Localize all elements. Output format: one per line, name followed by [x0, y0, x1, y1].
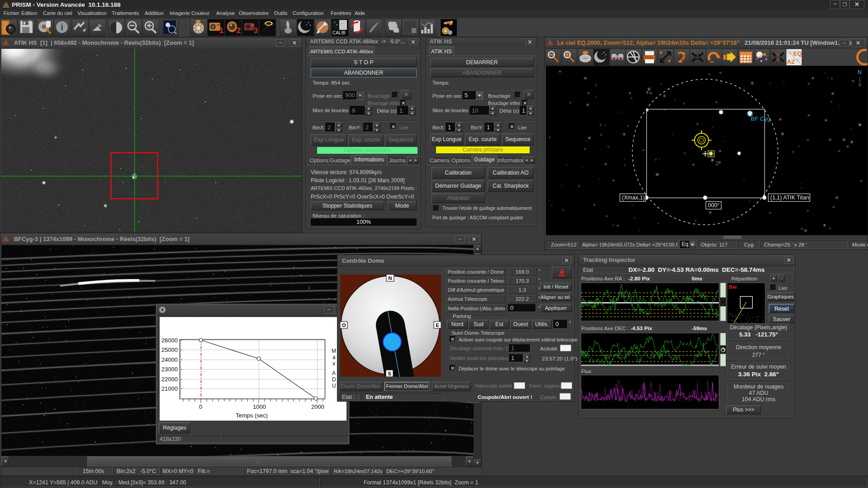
svg-text:E: E [436, 322, 439, 328]
svg-text:(Xmax,1): (Xmax,1) [622, 194, 645, 201]
svg-text:3: 3 [254, 27, 258, 34]
svg-text:U: U [332, 383, 336, 389]
svg-text:O: O [342, 322, 346, 328]
svg-text:24000: 24000 [161, 356, 178, 363]
svg-text:2: 2 [237, 27, 241, 34]
svg-text:0: 0 [199, 403, 202, 410]
svg-text:N: N [858, 69, 862, 76]
svg-text:25000: 25000 [161, 346, 178, 353]
svg-text:CALIB: CALIB [332, 30, 346, 35]
svg-text:x: x [332, 360, 335, 367]
svg-text:Temps (sec): Temps (sec) [236, 412, 268, 419]
svg-text:22000: 22000 [161, 376, 178, 383]
svg-text:Bar.: Bar. [729, 284, 738, 289]
svg-text:N: N [389, 275, 392, 281]
svg-text:1000: 1000 [253, 403, 266, 410]
svg-text:a: a [332, 354, 336, 360]
svg-text:2000: 2000 [311, 403, 324, 410]
svg-text:AZ: AZ [787, 58, 795, 65]
svg-text:(1,1) ATIK Titan: (1,1) ATIK Titan [770, 194, 809, 201]
svg-text:A: A [332, 370, 336, 376]
svg-text:2: 2 [716, 160, 719, 166]
svg-text:000°: 000° [708, 202, 720, 208]
svg-text:EQ: EQ [793, 50, 802, 57]
svg-text:S: S [388, 371, 391, 376]
svg-text:M: M [332, 348, 336, 354]
svg-text:1: 1 [219, 27, 223, 34]
svg-text:26000: 26000 [161, 337, 178, 344]
svg-text:BF Cyg: BF Cyg [751, 115, 770, 122]
svg-text:23000: 23000 [161, 366, 178, 373]
svg-text:D: D [332, 376, 336, 383]
svg-text:21000: 21000 [161, 385, 178, 392]
svg-text:i: i [61, 22, 63, 32]
